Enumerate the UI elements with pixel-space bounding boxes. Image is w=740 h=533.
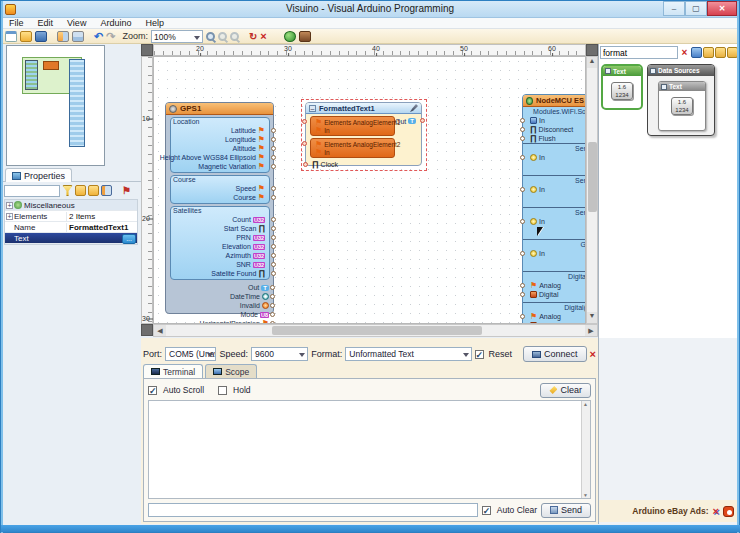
zoom-out-icon[interactable] xyxy=(230,32,239,41)
output-pin-row[interactable]: Start Scan xyxy=(173,224,267,233)
menu-item[interactable]: File xyxy=(2,18,31,28)
canvas-horizontal-scrollbar[interactable]: ◀ ▶ xyxy=(153,324,598,337)
pin-connector[interactable] xyxy=(520,127,525,132)
nodemcu-header[interactable]: NodeMCU ES xyxy=(523,95,586,107)
pin-connector[interactable] xyxy=(420,118,425,123)
pin-panel-icon[interactable]: ⚑ xyxy=(122,186,131,196)
package-add-icon[interactable] xyxy=(703,47,714,58)
pin-connector[interactable] xyxy=(271,262,276,267)
property-value[interactable]: FormattedText1 xyxy=(66,223,137,232)
maximize-button[interactable]: ▢ xyxy=(685,1,707,16)
pin-connector[interactable] xyxy=(270,312,275,317)
tab-terminal[interactable]: Terminal xyxy=(143,364,203,378)
pin-connector[interactable] xyxy=(270,294,275,299)
clear-search-icon[interactable]: × xyxy=(679,47,690,58)
output-pin-row[interactable]: Altitude xyxy=(173,144,267,153)
analog-element[interactable]: Elements AnalogElement1 In xyxy=(310,116,395,136)
speed-select[interactable]: 9600 xyxy=(251,347,308,361)
expand-toggle-icon[interactable]: + xyxy=(6,213,13,220)
pin-connector[interactable] xyxy=(271,137,276,142)
tab-properties[interactable]: Properties xyxy=(5,168,72,182)
palette-item-text[interactable]: Text 1.6 1234 xyxy=(658,81,706,131)
send-input[interactable] xyxy=(148,503,478,517)
pin-connector[interactable] xyxy=(520,292,525,297)
pin-connector[interactable] xyxy=(302,141,307,146)
formattedtext-header[interactable]: – FormattedText1 xyxy=(306,103,421,114)
pin-connector[interactable] xyxy=(271,244,276,249)
auto-clear-checkbox[interactable]: ✓ xyxy=(482,506,491,515)
design-canvas[interactable]: GPS1 Location Latitude xyxy=(153,56,586,324)
pin-connector[interactable] xyxy=(271,128,276,133)
hold-checkbox[interactable] xyxy=(218,386,227,395)
collapse-all-icon[interactable] xyxy=(88,185,99,196)
terminal-scrollbar[interactable] xyxy=(581,401,590,498)
open-project-icon[interactable] xyxy=(20,31,32,42)
scroll-right-icon[interactable]: ▶ xyxy=(585,325,597,336)
scroll-left-icon[interactable]: ◀ xyxy=(154,325,166,336)
ads-media-icon[interactable] xyxy=(723,506,734,517)
dock-layout-left-icon[interactable] xyxy=(57,31,69,42)
property-row[interactable]: Name FormattedText1 xyxy=(5,222,137,233)
web-help-icon[interactable] xyxy=(284,31,296,42)
input-pin-row[interactable]: In xyxy=(523,217,586,226)
output-pin-row[interactable]: SNR xyxy=(173,260,267,269)
property-row[interactable]: + Elements 2 Items xyxy=(5,211,137,222)
clear-button[interactable]: Clear xyxy=(540,383,591,398)
output-pin-row[interactable]: Height Above WGS84 Ellipsoid xyxy=(173,153,267,162)
new-project-icon[interactable] xyxy=(5,31,17,42)
input-pin-row[interactable]: Disconnect xyxy=(523,125,586,134)
property-row[interactable]: Text ... xyxy=(5,233,137,244)
expand-toggle-icon[interactable] xyxy=(6,235,13,242)
output-pin-row[interactable]: Latitude xyxy=(173,126,267,135)
property-value[interactable]: 2 Items xyxy=(66,212,137,221)
property-row[interactable]: + Miscellaneous xyxy=(5,200,137,211)
palette-item-text-selected[interactable]: Text 1.6 1234 xyxy=(601,64,643,110)
expand-toggle-icon[interactable]: + xyxy=(6,202,13,209)
dock-layout-grid-icon[interactable] xyxy=(72,31,84,42)
ads-close-icon[interactable]: × xyxy=(713,505,719,517)
expand-all-icon[interactable] xyxy=(75,185,86,196)
close-panel-icon[interactable]: × xyxy=(590,348,596,360)
output-pin-row[interactable]: Longitude xyxy=(173,135,267,144)
output-pin-row[interactable]: Invalid xyxy=(168,301,271,310)
pin-connector[interactable] xyxy=(520,136,525,141)
output-pin-row[interactable]: Satelite Found xyxy=(173,269,267,278)
pin-connector[interactable] xyxy=(520,155,525,160)
reset-checkbox[interactable]: ✓ xyxy=(475,350,484,359)
terminal-output[interactable] xyxy=(148,400,591,499)
gps-block[interactable]: GPS1 Location Latitude xyxy=(165,102,274,314)
input-pin-row[interactable]: Digital xyxy=(523,290,586,299)
save-project-icon[interactable] xyxy=(35,31,47,42)
send-button[interactable]: Send xyxy=(541,503,591,518)
menu-item[interactable]: Help xyxy=(138,18,171,28)
output-pin-row[interactable]: Count xyxy=(173,215,267,224)
output-pin-row[interactable]: DateTime xyxy=(168,292,271,301)
clock-pin-row[interactable]: Clock xyxy=(310,160,421,169)
output-pin-row[interactable]: Course xyxy=(173,193,267,202)
menu-item[interactable]: View xyxy=(60,18,93,28)
scrollbar-thumb[interactable] xyxy=(588,142,597,212)
ellipsis-button[interactable]: ... xyxy=(122,234,136,244)
pin-connector[interactable] xyxy=(271,164,276,169)
output-pin-row[interactable]: Elevation xyxy=(173,242,267,251)
output-pin-row[interactable]: PRN xyxy=(173,233,267,242)
zoom-select[interactable]: 100% xyxy=(151,30,203,43)
pin-connector[interactable] xyxy=(271,155,276,160)
scrollbar-thumb[interactable] xyxy=(272,326,482,335)
input-pin-row[interactable]: Flush xyxy=(523,134,586,143)
pin-connector[interactable] xyxy=(271,146,276,151)
title-bar[interactable]: Visuino - Visual Arduino Programming – ▢… xyxy=(1,1,739,18)
package-open-icon[interactable] xyxy=(715,47,726,58)
edit-pencil-icon[interactable] xyxy=(410,104,418,112)
output-pin-row[interactable]: Magnetic Variation xyxy=(173,162,267,171)
properties-search-input[interactable] xyxy=(4,185,60,197)
input-pin-row[interactable]: In xyxy=(523,185,586,194)
port-select[interactable]: COM5 (Unav... xyxy=(165,347,216,361)
zoom-reset-icon[interactable] xyxy=(218,32,227,41)
canvas-vertical-scrollbar[interactable]: ▲ ▼ xyxy=(586,56,598,324)
pin-connector[interactable] xyxy=(271,253,276,258)
redo-icon[interactable]: ↷ xyxy=(106,31,115,42)
format-select[interactable]: Unformatted Text xyxy=(345,347,471,361)
filter-icon[interactable] xyxy=(62,185,73,196)
output-pin-row[interactable]: Mode xyxy=(168,310,271,319)
